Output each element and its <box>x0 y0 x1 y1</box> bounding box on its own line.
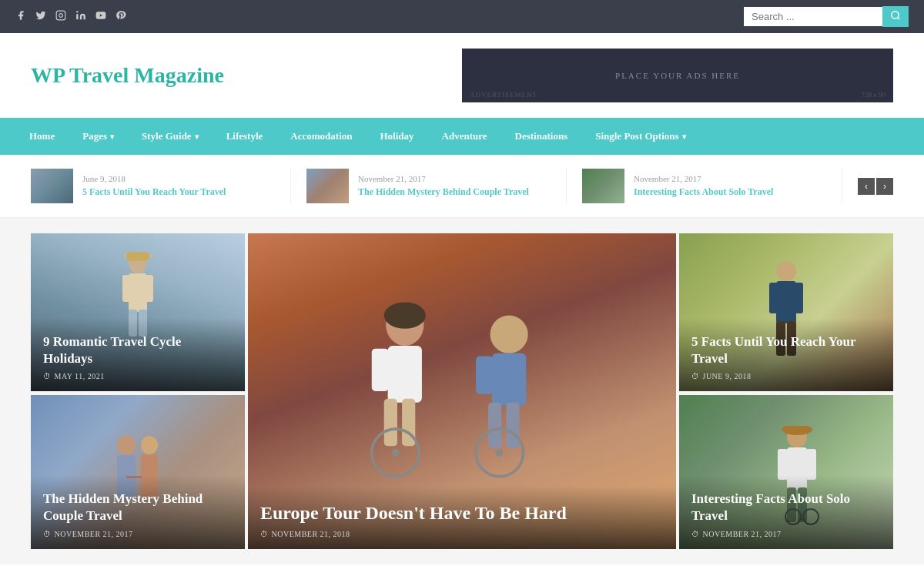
recent-date-1: June 9, 2018 <box>82 174 226 183</box>
svg-point-5 <box>892 12 899 18</box>
top-bar <box>0 0 924 33</box>
recent-post-1[interactable]: June 9, 2018 5 Facts Until You Reach You… <box>31 169 291 203</box>
strip-controls: ‹ › <box>858 178 893 195</box>
site-logo[interactable]: WP Travel Magazine <box>31 63 462 88</box>
post-date-top-right: ⏱ JUNE 9, 2018 <box>691 372 881 380</box>
search-bar <box>744 6 909 27</box>
ad-label: ADVERTISEMENT <box>470 91 537 99</box>
search-button[interactable] <box>882 6 909 27</box>
linkedin-icon[interactable] <box>75 10 86 24</box>
recent-date-2: November 21, 2017 <box>358 174 529 183</box>
svg-rect-34 <box>769 283 778 313</box>
svg-point-16 <box>384 302 426 328</box>
svg-line-6 <box>898 18 900 20</box>
clock-icon: ⏱ <box>43 372 52 380</box>
main-nav: Home Pages▾ Style Guide▾ Lifestyle Accom… <box>0 118 924 155</box>
svg-point-31 <box>496 449 504 457</box>
post-title-bottom-right: Interesting Facts About Solo Travel <box>691 491 881 524</box>
search-input[interactable] <box>744 7 882 26</box>
main-grid: 9 Romantic Travel Cycle Holidays ⏱ MAY 1… <box>0 218 924 564</box>
pinterest-icon[interactable] <box>116 10 126 24</box>
grid-post-top-left[interactable]: 9 Romantic Travel Cycle Holidays ⏱ MAY 1… <box>31 233 245 391</box>
instagram-icon[interactable] <box>55 10 66 24</box>
recent-title-1: 5 Facts Until You Reach Your Travel <box>82 186 226 199</box>
svg-rect-28 <box>488 403 501 448</box>
nav-accomodation[interactable]: Accomodation <box>276 118 366 155</box>
nav-destinations[interactable]: Destinations <box>501 118 582 155</box>
clock-icon: ⏱ <box>43 530 52 538</box>
facebook-icon[interactable] <box>15 10 26 24</box>
svg-point-23 <box>392 449 400 457</box>
clock-icon: ⏱ <box>691 372 700 380</box>
strip-next-button[interactable]: › <box>876 178 893 195</box>
recent-posts-strip: June 9, 2018 5 Facts Until You Reach You… <box>0 155 924 218</box>
nav-lifestyle[interactable]: Lifestyle <box>213 118 277 155</box>
chevron-down-icon: ▾ <box>682 132 686 141</box>
svg-rect-29 <box>507 403 520 448</box>
svg-point-45 <box>782 426 812 435</box>
post-title-bottom-left: The Hidden Mystery Behind Couple Travel <box>43 491 233 524</box>
svg-point-38 <box>117 435 136 455</box>
post-title-center: Europe Tour Doesn't Have To Be Hard <box>260 501 664 525</box>
clock-icon: ⏱ <box>691 530 700 538</box>
header: WP Travel Magazine PLACE YOUR ADS HERE A… <box>0 33 924 118</box>
svg-point-32 <box>776 261 796 281</box>
svg-rect-27 <box>509 356 524 394</box>
chevron-down-icon: ▾ <box>110 132 114 141</box>
recent-thumb-2 <box>306 169 349 203</box>
nav-adventure[interactable]: Adventure <box>428 118 501 155</box>
recent-title-3: Interesting Facts About Solo Travel <box>634 186 773 199</box>
ad-banner: PLACE YOUR ADS HERE ADVERTISEMENT 728 x … <box>462 49 893 102</box>
twitter-icon[interactable] <box>35 10 46 24</box>
svg-rect-8 <box>129 273 147 312</box>
ad-title: PLACE YOUR ADS HERE <box>615 71 740 80</box>
svg-rect-14 <box>126 252 149 261</box>
grid-post-bottom-left[interactable]: The Hidden Mystery Behind Couple Travel … <box>31 395 245 549</box>
nav-pages[interactable]: Pages▾ <box>69 118 128 155</box>
nav-style-guide[interactable]: Style Guide▾ <box>128 118 213 155</box>
ad-size: 728 x 90 <box>862 91 886 99</box>
nav-single-post-options[interactable]: Single Post Options▾ <box>581 118 699 155</box>
nav-home[interactable]: Home <box>15 118 69 155</box>
svg-point-24 <box>490 316 528 353</box>
recent-thumb-1 <box>31 169 73 203</box>
social-icons <box>15 10 126 24</box>
svg-rect-20 <box>384 399 397 447</box>
recent-post-3[interactable]: November 21, 2017 Interesting Facts Abou… <box>582 169 842 203</box>
chevron-down-icon: ▾ <box>195 132 199 141</box>
grid-post-bottom-right[interactable]: Interesting Facts About Solo Travel ⏱ NO… <box>679 395 893 549</box>
svg-rect-35 <box>795 283 803 313</box>
svg-rect-18 <box>372 349 389 391</box>
post-title-top-right: 5 Facts Until You Reach Your Travel <box>691 333 881 367</box>
recent-post-2[interactable]: November 21, 2017 The Hidden Mystery Beh… <box>306 169 567 203</box>
svg-rect-10 <box>146 275 153 302</box>
svg-rect-19 <box>405 349 420 391</box>
svg-rect-9 <box>122 275 130 302</box>
post-date-top-left: ⏱ MAY 11, 2021 <box>43 372 233 380</box>
strip-prev-button[interactable]: ‹ <box>858 178 875 195</box>
clock-icon: ⏱ <box>260 530 269 538</box>
recent-date-3: November 21, 2017 <box>634 174 773 183</box>
svg-rect-2 <box>76 14 78 19</box>
svg-point-3 <box>76 11 78 12</box>
svg-rect-0 <box>56 11 65 20</box>
post-title-top-left: 9 Romantic Travel Cycle Holidays <box>43 333 233 367</box>
post-date-bottom-right: ⏱ NOVEMBER 21, 2017 <box>691 530 881 538</box>
recent-thumb-3 <box>582 169 624 203</box>
youtube-icon[interactable] <box>95 10 106 24</box>
recent-title-2: The Hidden Mystery Behind Couple Travel <box>358 186 529 199</box>
svg-rect-33 <box>776 281 796 323</box>
svg-rect-26 <box>476 356 493 394</box>
grid-post-center[interactable]: Europe Tour Doesn't Have To Be Hard ⏱ NO… <box>248 233 676 549</box>
post-date-bottom-left: ⏱ NOVEMBER 21, 2017 <box>43 530 233 538</box>
post-date-center: ⏱ NOVEMBER 21, 2018 <box>260 530 664 538</box>
grid-post-top-right[interactable]: 5 Facts Until You Reach Your Travel ⏱ JU… <box>679 233 893 391</box>
nav-holiday[interactable]: Holiday <box>366 118 427 155</box>
svg-point-41 <box>141 436 158 454</box>
